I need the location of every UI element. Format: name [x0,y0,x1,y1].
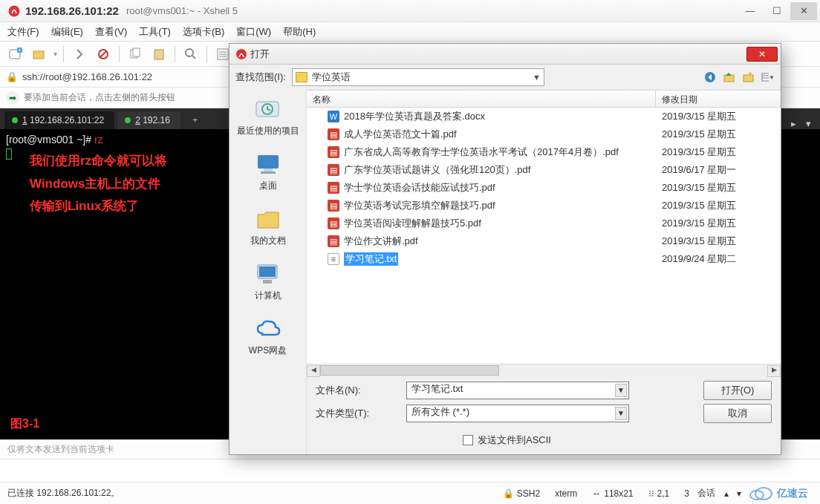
filename-input[interactable]: 学习笔记.txt ▼ [406,382,629,399]
chevron-down-icon: ▼ [533,73,541,82]
place-desktop[interactable]: 桌面 [230,146,306,197]
scroll-thumb[interactable] [320,365,499,376]
svg-point-0 [9,5,20,16]
file-row[interactable]: ▤学位作文讲解.pdf2019/3/15 星期五 [307,232,781,250]
file-name: 成人学位英语范文十篇.pdf [344,128,457,141]
file-date: 2019/9/24 星期二 [656,252,781,266]
ascii-checkbox[interactable] [463,435,473,445]
add-session-arrow-icon[interactable]: ➡ [6,91,19,105]
file-name: 学位英语阅读理解解题技巧5.pdf [344,217,481,230]
shell-command: rz [94,134,103,145]
session-url[interactable]: ssh://root@192.168.26.101:22 [22,71,152,82]
tab-next-icon[interactable]: ▸ [786,118,801,129]
lookin-combo[interactable]: 学位英语 ▼ [292,68,544,86]
reconnect-icon[interactable] [70,45,89,64]
file-row[interactable]: ▤学位英语阅读理解解题技巧5.pdf2019/3/15 星期五 [307,215,781,232]
file-icon: ≡ [328,253,339,265]
maximize-button[interactable]: ☐ [764,2,790,20]
paste-icon[interactable] [149,45,169,64]
chevron-down-icon[interactable]: ▼ [615,407,627,420]
col-name[interactable]: 名称 [307,91,656,107]
hint-text: 要添加当前会话，点击左侧的箭头按钮 [24,91,175,104]
scroll-left-icon[interactable]: ◀ [307,365,320,377]
lock-icon: 🔒 [6,71,18,82]
place-recent[interactable]: 最近使用的项目 [230,91,306,142]
menu-file[interactable]: 文件(F) [1,23,45,41]
menubar: 文件(F) 编辑(E) 查看(V) 工具(T) 选项卡(B) 窗口(W) 帮助(… [0,22,820,42]
status-ssh: 🔒SSH2 [495,488,547,499]
title-ip: 192.168.26.101:22 [25,4,119,17]
file-row[interactable]: ▤广东省成人高等教育学士学位英语水平考试（2017年4月卷）.pdf2019/3… [307,143,781,161]
file-date: 2019/3/15 星期五 [656,199,781,212]
file-row[interactable]: ▤成人学位英语范文十篇.pdf2019/3/15 星期五 [307,125,781,143]
file-list[interactable]: W2018年学位英语真题及答案.docx2019/3/15 星期五▤成人学位英语… [307,108,781,364]
title-sub: root@vms001:~ - Xshell 5 [126,5,238,16]
menu-window[interactable]: 窗口(W) [230,23,277,41]
svg-rect-20 [724,75,734,82]
tab-session-2[interactable]: 2 192.16 [117,111,180,129]
nav-back-icon[interactable] [703,71,717,84]
place-computer[interactable]: 计算机 [230,256,306,307]
chevron-down-icon[interactable]: ▼ [615,384,627,397]
scroll-right-icon[interactable]: ▶ [767,365,781,377]
app-icon [235,48,247,60]
file-row[interactable]: W2018年学位英语真题及答案.docx2019/3/15 星期五 [307,108,781,125]
status-size: ↔118x21 [585,488,640,499]
lookin-label: 查找范围(I): [235,71,286,84]
tab-menu-icon[interactable]: ▾ [801,118,816,129]
tab-add-button[interactable]: + [186,111,204,129]
open-button[interactable]: 打开(O) [703,381,772,400]
resize-icon: ↔ [592,488,601,499]
disconnect-icon[interactable] [94,45,113,64]
tab-session-1[interactable]: 1 192.168.26.101:22 [4,111,114,129]
dialog-close-button[interactable]: ✕ [746,47,778,62]
chevron-down-icon[interactable]: ▾ [737,488,741,499]
status-cursor: ⁝⁝2,1 [641,488,677,499]
cancel-button[interactable]: 取消 [703,404,772,423]
filetype-select[interactable]: 所有文件 (*.*) ▼ [406,405,629,422]
close-button[interactable]: ✕ [790,2,817,20]
menu-tab[interactable]: 选项卡(B) [177,23,230,41]
file-icon: ▤ [328,217,339,229]
search-icon[interactable] [181,45,201,64]
file-row[interactable]: ≡学习笔记.txt2019/9/24 星期二 [307,250,781,268]
col-date[interactable]: 修改日期 [656,91,781,107]
file-name: 广东学位英语试题讲义（强化班120页）.pdf [344,163,530,177]
menu-tools[interactable]: 工具(T) [133,23,177,41]
file-row[interactable]: ▤学士学位英语会话技能应试技巧.pdf2019/3/15 星期五 [307,179,781,197]
file-date: 2019/6/17 星期一 [656,163,781,177]
open-session-icon[interactable] [30,45,49,64]
horizontal-scrollbar[interactable]: ◀ ▶ [307,364,781,377]
dialog-title: 打开 [250,48,270,61]
file-name: 学士学位英语会话技能应试技巧.pdf [344,181,495,194]
menu-view[interactable]: 查看(V) [89,23,133,41]
dialog-titlebar[interactable]: 打开 ✕ [230,44,781,65]
file-row[interactable]: ▤广东学位英语试题讲义（强化班120页）.pdf2019/6/17 星期一 [307,161,781,179]
file-icon: ▤ [328,128,339,140]
svg-rect-21 [743,75,753,82]
svg-point-16 [750,491,764,500]
status-dot-icon [125,117,131,123]
file-name: 广东省成人高等教育学士学位英语水平考试（2017年4月卷）.pdf [344,145,619,159]
chevron-up-icon[interactable]: ▴ [724,488,729,499]
view-menu-icon[interactable]: ▼ [761,71,775,84]
file-date: 2019/3/15 星期五 [656,217,781,230]
file-date: 2019/3/15 星期五 [656,235,781,248]
copy-icon[interactable] [126,45,145,64]
svg-line-11 [192,56,195,59]
svg-point-10 [186,49,193,56]
nav-up-icon[interactable] [723,71,736,84]
svg-rect-4 [33,51,44,59]
menu-help[interactable]: 帮助(H) [277,23,322,41]
status-connection: 已连接 192.168.26.101:22。 [7,487,120,500]
file-row[interactable]: ▤学位英语考试完形填空解题技巧.pdf2019/3/15 星期五 [307,197,781,215]
titlebar: 192.168.26.101:22 root@vms001:~ - Xshell… [0,0,820,22]
place-wps-cloud[interactable]: WPS网盘 [230,311,306,361]
place-documents[interactable]: 我的文档 [230,201,306,252]
minimize-button[interactable]: — [737,2,764,20]
column-headers[interactable]: 名称 修改日期 [307,90,781,108]
new-session-icon[interactable]: + [6,45,25,64]
menu-edit[interactable]: 编辑(E) [45,23,89,41]
file-pane: 名称 修改日期 W2018年学位英语真题及答案.docx2019/3/15 星期… [307,90,781,454]
new-folder-icon[interactable] [742,71,755,84]
